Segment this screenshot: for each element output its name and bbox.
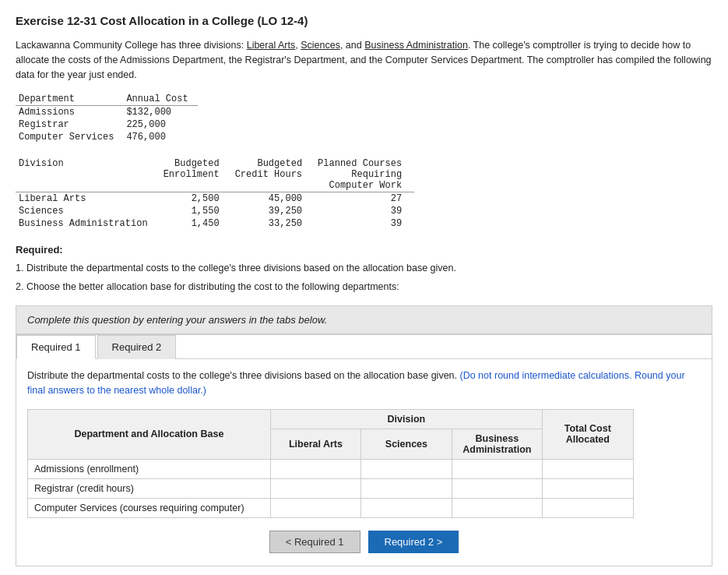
answer-table-dept-header: Department and Allocation Base bbox=[28, 409, 271, 459]
dept-table-header-dept: Department bbox=[16, 93, 123, 106]
div-business-name: Business Administration bbox=[16, 217, 160, 230]
div-business-computer: 39 bbox=[315, 217, 414, 230]
required-item2: 2. Choose the better allocation base for… bbox=[16, 279, 712, 295]
div-business-credit: 33,250 bbox=[232, 217, 315, 230]
div-sciences-name: Sciences bbox=[16, 205, 160, 217]
div-liberal-arts-enrollment: 2,500 bbox=[160, 192, 232, 206]
row-computer-sciences[interactable] bbox=[361, 498, 452, 517]
next-button[interactable]: Required 2 > bbox=[368, 531, 459, 553]
row-registrar-total[interactable] bbox=[543, 478, 633, 498]
required-section: Required: 1. Distribute the departmental… bbox=[16, 244, 712, 295]
tabs-container: Required 1 Required 2 Distribute the dep… bbox=[16, 334, 712, 566]
dept-row-computer-name: Computer Services bbox=[16, 131, 123, 143]
page-title: Exercise 12-31 Cost Allocation in a Coll… bbox=[16, 14, 712, 27]
input-computer-total[interactable] bbox=[553, 503, 623, 513]
row-admissions-sciences[interactable] bbox=[361, 459, 452, 478]
input-admissions-sciences[interactable] bbox=[371, 464, 441, 474]
input-computer-liberal[interactable] bbox=[280, 503, 350, 513]
row-admissions-label: Admissions (enrollment) bbox=[28, 459, 271, 478]
div-sciences-enrollment: 1,550 bbox=[160, 205, 232, 217]
nav-buttons: < Required 1 Required 2 > bbox=[27, 531, 701, 556]
div-liberal-arts-computer: 27 bbox=[315, 192, 414, 206]
div-business-enrollment: 1,450 bbox=[160, 217, 232, 230]
tab-required2[interactable]: Required 2 bbox=[97, 335, 177, 359]
input-computer-business[interactable] bbox=[462, 503, 532, 513]
div-col1-header: Division bbox=[16, 157, 160, 192]
dept-row-computer-cost: 476,000 bbox=[123, 131, 197, 143]
row-computer-total[interactable] bbox=[543, 498, 633, 517]
complete-instructions: Complete this question by entering your … bbox=[16, 305, 712, 334]
div-sciences-credit: 39,250 bbox=[232, 205, 315, 217]
tab-required1[interactable]: Required 1 bbox=[16, 335, 96, 359]
input-registrar-liberal[interactable] bbox=[280, 483, 350, 494]
row-admissions-liberal[interactable] bbox=[270, 459, 360, 478]
input-admissions-total[interactable] bbox=[553, 464, 623, 474]
answer-table-business-header: BusinessAdministration bbox=[452, 429, 542, 459]
div-col3-header: BudgetedCredit Hours bbox=[232, 157, 315, 192]
table-row: Computer Services (courses requiring com… bbox=[28, 498, 634, 517]
required-header: Required: bbox=[16, 244, 712, 256]
row-computer-label: Computer Services (courses requiring com… bbox=[28, 498, 271, 517]
dept-row-admissions-cost: $132,000 bbox=[123, 106, 197, 119]
row-registrar-sciences[interactable] bbox=[361, 478, 452, 498]
dept-row-registrar-name: Registrar bbox=[16, 118, 123, 131]
input-admissions-business[interactable] bbox=[462, 464, 532, 474]
division-data-table: Division BudgetedEnrollment BudgetedCred… bbox=[16, 157, 414, 230]
input-registrar-sciences[interactable] bbox=[371, 483, 441, 494]
row-computer-liberal[interactable] bbox=[270, 498, 360, 517]
answer-table: Department and Allocation Base Division … bbox=[27, 409, 634, 518]
dept-table-header-cost: Annual Cost bbox=[123, 93, 197, 106]
table-row: Admissions (enrollment) bbox=[28, 459, 634, 478]
answer-table-division-header: Division bbox=[270, 409, 542, 429]
prev-button[interactable]: < Required 1 bbox=[269, 531, 360, 553]
div-col4-header: Planned CoursesRequiringComputer Work bbox=[315, 157, 414, 192]
row-registrar-business[interactable] bbox=[452, 478, 542, 498]
input-registrar-business[interactable] bbox=[462, 483, 532, 494]
div-liberal-arts-name: Liberal Arts bbox=[16, 192, 160, 206]
input-computer-sciences[interactable] bbox=[371, 503, 441, 513]
tab1-desc-normal: Distribute the departmental costs to the… bbox=[27, 370, 460, 381]
department-cost-table: Department Annual Cost Admissions $132,0… bbox=[16, 93, 198, 143]
input-admissions-liberal[interactable] bbox=[280, 464, 350, 474]
row-computer-business[interactable] bbox=[452, 498, 542, 517]
tabs-header: Required 1 Required 2 bbox=[16, 335, 712, 359]
row-admissions-total[interactable] bbox=[543, 459, 633, 478]
complete-instructions-text: Complete this question by entering your … bbox=[27, 314, 327, 326]
tab1-content: Distribute the departmental costs to the… bbox=[16, 359, 712, 566]
dept-row-registrar-cost: 225,000 bbox=[123, 118, 197, 131]
answer-table-sciences-header: Sciences bbox=[361, 429, 452, 459]
row-admissions-business[interactable] bbox=[452, 459, 542, 478]
table-row: Registrar (credit hours) bbox=[28, 478, 634, 498]
tab1-description: Distribute the departmental costs to the… bbox=[27, 369, 701, 398]
div-sciences-computer: 39 bbox=[315, 205, 414, 217]
required-item1: 1. Distribute the departmental costs to … bbox=[16, 260, 712, 276]
input-registrar-total[interactable] bbox=[553, 483, 623, 494]
div-col2-header: BudgetedEnrollment bbox=[160, 157, 232, 192]
answer-table-liberal-header: Liberal Arts bbox=[270, 429, 360, 459]
intro-paragraph: Lackawanna Community College has three d… bbox=[16, 38, 712, 82]
row-registrar-liberal[interactable] bbox=[270, 478, 360, 498]
answer-table-total-header: Total CostAllocated bbox=[543, 409, 633, 459]
dept-row-admissions-name: Admissions bbox=[16, 106, 123, 119]
div-liberal-arts-credit: 45,000 bbox=[232, 192, 315, 206]
row-registrar-label: Registrar (credit hours) bbox=[28, 478, 271, 498]
